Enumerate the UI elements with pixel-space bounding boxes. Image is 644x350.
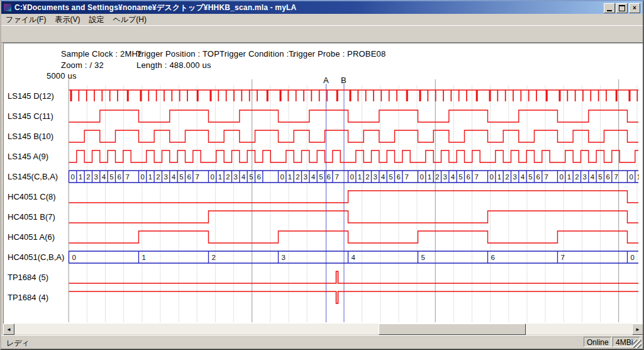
resize-grip[interactable]: [633, 340, 641, 348]
length-info: Length : 488.000 us: [136, 60, 211, 70]
menu-item-1[interactable]: 表示(V): [50, 14, 84, 26]
waveform-area[interactable]: [69, 77, 638, 322]
channel-label-10: TP1684 (4): [8, 293, 48, 302]
minimize-icon: [607, 10, 612, 11]
channel-label-9: TP1684 (5): [8, 273, 48, 282]
horizontal-scrollbar[interactable]: ◄ ►: [3, 324, 643, 334]
trigger-probe-info: Trigger Probe : PROBE08: [289, 49, 386, 59]
maximize-button[interactable]: [616, 3, 628, 13]
status-bar: レディ Online 4MBit: [1, 335, 643, 349]
channel-label-1: LS145 C(11): [8, 111, 53, 121]
trigger-position-info: Trigger Position : TOP: [136, 49, 219, 59]
app-icon: [3, 3, 12, 12]
channel-label-0: LS145 D(12): [8, 91, 54, 101]
channel-label-2: LS145 B(10): [8, 132, 53, 141]
title-bar[interactable]: C:¥Documents and Settings¥noname¥デスクトップ¥…: [1, 1, 643, 14]
scroll-right-icon: ►: [635, 327, 640, 332]
channel-label-3: LS145 A(9): [8, 152, 48, 161]
status-online-badge: Online: [584, 337, 611, 347]
scroll-left-button[interactable]: ◄: [3, 324, 14, 335]
channel-label-5: HC4051 C(8): [8, 192, 56, 201]
close-icon: ×: [633, 5, 636, 11]
channel-label-4: LS145(C,B,A): [8, 172, 58, 181]
app-window: C:¥Documents and Settings¥noname¥デスクトップ¥…: [0, 0, 644, 350]
channel-label-6: HC4051 B(7): [8, 212, 55, 222]
channel-label-7: HC4051 A(6): [8, 232, 55, 242]
maximize-icon: [619, 5, 625, 11]
close-button[interactable]: ×: [629, 3, 640, 13]
menu-item-3[interactable]: ヘルプ(H): [108, 14, 151, 26]
scroll-left-icon: ◄: [6, 327, 11, 332]
toolbar: Stop → 100MHz ▼ TOP ▼ ↑ ▼ PROBE00 ▼ − + …: [1, 25, 643, 43]
menu-bar: ファイル(F)表示(V)設定ヘルプ(H): [1, 14, 643, 25]
scroll-right-button[interactable]: ►: [632, 324, 643, 335]
window-title: C:¥Documents and Settings¥noname¥デスクトップ¥…: [14, 3, 296, 13]
sample-clock-info: Sample Clock : 2MHz: [61, 49, 142, 59]
scrollbar-thumb[interactable]: [379, 324, 526, 335]
menu-item-2[interactable]: 設定: [84, 14, 108, 26]
channel-label-8: HC4051(C,B,A): [8, 252, 64, 262]
trigger-condition-info: Trigger Condition : ↓: [219, 49, 296, 59]
zoom-info: Zoom : / 32: [61, 60, 104, 70]
minimize-button[interactable]: [604, 3, 615, 13]
status-ready-text: レディ: [6, 338, 30, 349]
menu-item-0[interactable]: ファイル(F): [1, 14, 50, 26]
